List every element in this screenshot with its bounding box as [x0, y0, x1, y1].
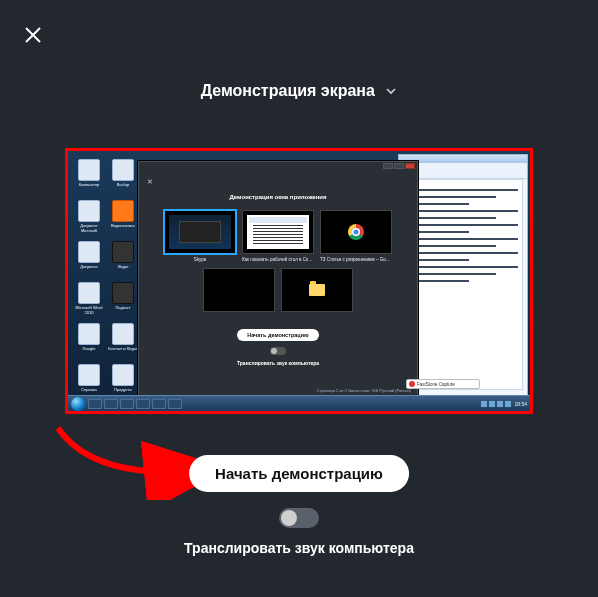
- folder-icon: [309, 284, 325, 296]
- nested-header: Демонстрация окна приложения: [139, 194, 417, 200]
- thumb-folder: [281, 268, 353, 312]
- nested-status-bar: Страница 2 из 2 Число слов: 916 Русский …: [317, 388, 411, 393]
- broadcast-audio-label: Транслировать звук компьютера: [0, 540, 598, 556]
- close-button[interactable]: [24, 26, 42, 44]
- thumb-blank: [203, 268, 275, 312]
- nested-audio-caption: Транслировать звук компьютера: [139, 360, 417, 366]
- nested-start-button: Начать демонстрацию: [237, 329, 319, 341]
- thumb-chrome: [320, 210, 392, 254]
- chrome-icon: [348, 224, 364, 240]
- close-icon: [24, 26, 42, 44]
- nested-close-icon: ✕: [147, 178, 153, 186]
- start-sharing-button[interactable]: Начать демонстрацию: [189, 455, 409, 492]
- faststone-capture-toolbar: FastStone Capture: [406, 379, 480, 389]
- thumb-skype: [164, 210, 236, 254]
- share-mode-label: Демонстрация экрана: [201, 82, 375, 99]
- broadcast-audio-toggle[interactable]: [279, 508, 319, 528]
- nested-share-modal: ✕ Демонстрация окна приложения Skype Как…: [138, 161, 418, 397]
- screen-preview[interactable]: Компьютер Выбор Документ Microsoft Видео…: [65, 148, 533, 414]
- toggle-knob: [281, 510, 297, 526]
- taskbar: 18:54: [68, 395, 530, 411]
- start-button-icon: [71, 397, 85, 411]
- desktop-icons: Компьютер Выбор Документ Microsoft Видео…: [72, 157, 142, 393]
- taskbar-clock: 18:54: [514, 401, 527, 407]
- thumb-doc: [242, 210, 314, 254]
- chevron-down-icon: [385, 83, 397, 101]
- nested-audio-toggle: [270, 347, 286, 355]
- share-mode-dropdown[interactable]: Демонстрация экрана: [0, 82, 598, 101]
- window-thumbnails: Skype Как показать рабочий стол в Скайпе…: [149, 210, 407, 315]
